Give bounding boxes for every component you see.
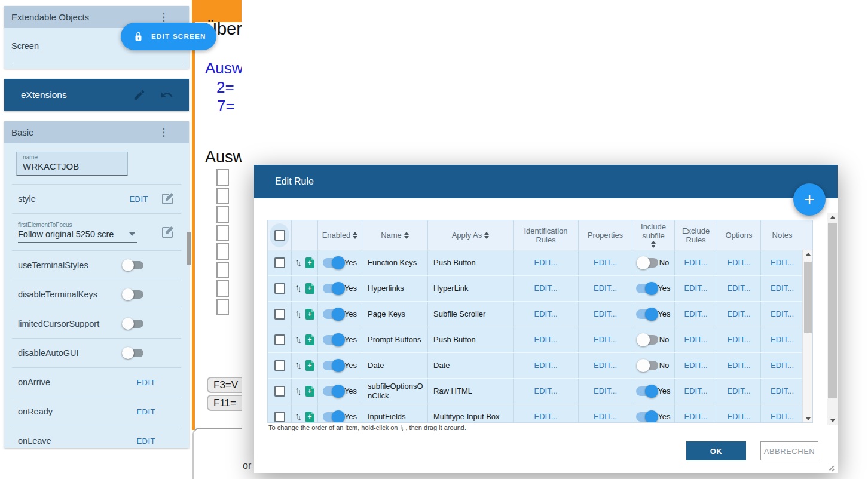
f11-button[interactable]: F11=	[207, 395, 242, 411]
options-edit[interactable]: EDIT...	[727, 412, 750, 422]
add-file-icon[interactable]: +	[305, 257, 314, 268]
notes-edit[interactable]: EDIT...	[771, 386, 794, 396]
enabled-toggle[interactable]	[323, 284, 343, 293]
exclude-rules-edit[interactable]: EDIT...	[684, 284, 707, 293]
options-edit[interactable]: EDIT...	[727, 284, 750, 293]
row-checkbox[interactable]	[274, 360, 285, 371]
screen-option-checkbox[interactable]	[216, 225, 229, 241]
exclude-rules-edit[interactable]: EDIT...	[684, 309, 707, 319]
edit-screen-button[interactable]: EDIT SCREEN	[121, 23, 216, 50]
move-icon[interactable]: ↑↓	[295, 386, 302, 396]
include-subfile-toggle[interactable]	[636, 412, 656, 422]
options-edit[interactable]: EDIT...	[727, 309, 750, 319]
row-checkbox[interactable]	[274, 334, 285, 345]
move-icon[interactable]: ↑↓	[295, 412, 302, 422]
ok-button[interactable]: OK	[686, 441, 746, 460]
screen-option-checkbox[interactable]	[216, 206, 229, 223]
add-file-icon[interactable]: +	[305, 309, 314, 320]
options-edit[interactable]: EDIT...	[727, 335, 750, 345]
notes-edit[interactable]: EDIT...	[771, 258, 794, 268]
scroll-up-icon[interactable]	[803, 250, 813, 259]
onArrive-edit-button[interactable]: EDIT	[130, 378, 161, 387]
enabled-toggle[interactable]	[323, 309, 343, 319]
enabled-toggle[interactable]	[323, 335, 343, 345]
add-file-icon[interactable]: +	[305, 283, 314, 294]
include-subfile-toggle[interactable]	[638, 258, 658, 268]
identification-rules-edit[interactable]: EDIT...	[534, 386, 557, 396]
move-icon[interactable]: ↑↓	[295, 361, 302, 370]
properties-edit[interactable]: EDIT...	[594, 361, 617, 370]
notes-edit[interactable]: EDIT...	[771, 412, 794, 422]
screen-option-checkbox[interactable]	[216, 262, 229, 278]
first-element-select[interactable]: Follow original 5250 scre	[18, 229, 137, 243]
identification-rules-edit[interactable]: EDIT...	[534, 335, 557, 345]
exclude-rules-edit[interactable]: EDIT...	[684, 361, 707, 370]
identification-rules-edit[interactable]: EDIT...	[534, 284, 557, 293]
scroll-down-icon[interactable]	[827, 416, 838, 425]
row-checkbox[interactable]	[274, 283, 285, 294]
add-file-icon[interactable]: +	[305, 360, 314, 371]
enabled-toggle[interactable]	[323, 361, 343, 370]
scrollbar-thumb[interactable]	[828, 223, 837, 398]
sort-icon[interactable]	[484, 232, 489, 239]
identification-rules-edit[interactable]: EDIT...	[534, 258, 557, 268]
name-header[interactable]: Name	[362, 220, 428, 250]
scrollbar-thumb[interactable]	[804, 262, 812, 333]
chevron-down-icon[interactable]	[129, 232, 135, 236]
notes-edit[interactable]: EDIT...	[771, 284, 794, 293]
options-edit[interactable]: EDIT...	[727, 258, 750, 268]
properties-edit[interactable]: EDIT...	[594, 335, 617, 345]
properties-edit[interactable]: EDIT...	[594, 258, 617, 268]
exclude-rules-edit[interactable]: EDIT...	[684, 335, 707, 345]
pencil-icon[interactable]	[133, 88, 146, 102]
options-edit[interactable]: EDIT...	[727, 361, 750, 370]
screen-option-checkbox[interactable]	[216, 280, 229, 297]
screen-option-checkbox[interactable]	[216, 169, 229, 186]
screen-option-checkbox[interactable]	[216, 299, 229, 315]
add-file-icon[interactable]: +	[305, 412, 314, 422]
screen-option-checkbox[interactable]	[216, 188, 229, 204]
include-subfile-toggle[interactable]	[636, 386, 656, 396]
notes-edit[interactable]: EDIT...	[771, 361, 794, 370]
table-scrollbar[interactable]	[802, 250, 812, 423]
dialog-scrollbar[interactable]	[827, 213, 838, 425]
sort-icon[interactable]	[651, 241, 656, 248]
edit-square-icon[interactable]	[160, 192, 175, 206]
include-subfile-toggle[interactable]	[638, 335, 658, 345]
row-checkbox[interactable]	[274, 309, 285, 320]
undo-icon[interactable]	[160, 88, 173, 102]
apply-as-header[interactable]: Apply As	[428, 220, 514, 250]
properties-edit[interactable]: EDIT...	[594, 284, 617, 293]
move-icon[interactable]: ↑↓	[295, 258, 302, 268]
edit-square-icon[interactable]	[160, 225, 175, 240]
notes-edit[interactable]: EDIT...	[771, 309, 794, 319]
scroll-down-icon[interactable]	[803, 414, 813, 423]
move-icon[interactable]: ↑↓	[295, 335, 302, 345]
sort-icon[interactable]	[404, 232, 409, 239]
enabled-header[interactable]: Enabled	[318, 220, 362, 250]
notes-edit[interactable]: EDIT...	[771, 335, 794, 345]
kebab-menu-icon[interactable]: ⋮	[155, 11, 183, 23]
identification-rules-edit[interactable]: EDIT...	[534, 412, 557, 422]
limitedCursorSupport-toggle[interactable]	[123, 320, 143, 328]
disableTerminalKeys-toggle[interactable]	[123, 290, 143, 299]
resize-handle[interactable]	[829, 465, 835, 471]
include-subfile-toggle[interactable]	[636, 309, 656, 319]
kebab-menu-icon[interactable]: ⋮	[155, 126, 183, 139]
select-all-checkbox[interactable]	[274, 230, 285, 241]
identification-rules-edit[interactable]: EDIT...	[534, 309, 557, 319]
enabled-toggle[interactable]	[323, 258, 343, 268]
enabled-toggle[interactable]	[323, 386, 343, 396]
move-icon[interactable]: ↑↓	[295, 309, 302, 319]
row-checkbox[interactable]	[274, 412, 285, 422]
add-file-icon[interactable]: +	[305, 386, 314, 397]
f3-button[interactable]: F3=V	[207, 377, 242, 393]
disableAutoGUI-toggle[interactable]	[123, 349, 143, 357]
add-file-icon[interactable]: +	[305, 334, 314, 345]
identification-rules-edit[interactable]: EDIT...	[534, 361, 557, 370]
row-checkbox[interactable]	[274, 386, 285, 397]
exclude-rules-edit[interactable]: EDIT...	[684, 386, 707, 396]
properties-edit[interactable]: EDIT...	[594, 309, 617, 319]
scroll-up-icon[interactable]	[827, 213, 838, 222]
onLeave-edit-button[interactable]: EDIT	[130, 437, 161, 446]
